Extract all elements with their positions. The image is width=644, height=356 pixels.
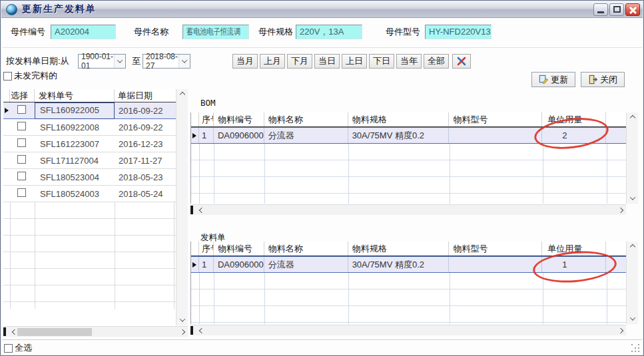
unissued-filter[interactable]: 未发完料的: [3, 70, 57, 82]
row-checkbox[interactable]: [17, 155, 26, 164]
titlebar[interactable]: 更新生产发料单: [1, 1, 643, 18]
scroll-up-icon[interactable]: [176, 89, 188, 100]
tools-button[interactable]: [452, 54, 471, 69]
select-cell[interactable]: [10, 172, 35, 182]
select-cell[interactable]: [10, 155, 35, 166]
order-row[interactable]: SFL160922005 2016-09-22: [3, 102, 188, 119]
col-seq[interactable]: 序号: [199, 112, 214, 126]
quick-all-button[interactable]: 全部: [424, 54, 449, 69]
parent-model-field[interactable]: HY-NFD220V13A: [425, 25, 491, 39]
row-checkbox[interactable]: [17, 188, 26, 197]
material-code-cell[interactable]: DA09060005: [214, 257, 264, 272]
order-no-cell[interactable]: SFL160922005: [35, 102, 115, 119]
chevron-down-icon[interactable]: [114, 55, 125, 68]
col-order-no[interactable]: 发料单号: [35, 89, 115, 102]
scroll-down-icon[interactable]: [176, 315, 188, 325]
material-spec-cell[interactable]: 30A/75MV 精度0.2: [348, 257, 450, 272]
order-date-cell[interactable]: 2016-09-22: [115, 106, 174, 116]
quick-prev-day-button[interactable]: 上日: [342, 54, 367, 69]
col-material-name[interactable]: 物料名称: [264, 242, 348, 256]
quick-current-year-button[interactable]: 当年: [396, 54, 422, 69]
order-row[interactable]: SFL161223007 2016-12-23: [3, 136, 188, 152]
order-row[interactable]: SFL171127004 2017-11-27: [3, 152, 188, 169]
update-button[interactable]: 更新: [531, 72, 575, 87]
order-date-cell[interactable]: 2016-12-23: [115, 139, 174, 149]
quick-current-day-button[interactable]: 当日: [314, 54, 340, 69]
scroll-right-icon[interactable]: [615, 325, 626, 336]
parent-code-field[interactable]: A202004: [51, 25, 116, 39]
col-order-date[interactable]: 单据日期: [115, 89, 174, 102]
order-date-cell[interactable]: 2017-11-27: [115, 156, 174, 166]
order-date-cell[interactable]: 2016-09-22: [115, 122, 174, 132]
select-all[interactable]: 全选: [4, 342, 32, 354]
resize-grip-icon[interactable]: [631, 344, 640, 353]
order-row[interactable]: SFL160922008 2016-09-22: [3, 119, 188, 136]
scroll-left-icon[interactable]: [196, 325, 207, 336]
material-model-cell[interactable]: [449, 128, 542, 143]
scroll-down-icon[interactable]: [627, 193, 638, 204]
col-material-name[interactable]: 物料名称: [264, 112, 348, 126]
select-cell[interactable]: [10, 138, 35, 149]
material-spec-cell[interactable]: 30A/75MV 精度0.2: [348, 128, 450, 143]
parent-spec-field[interactable]: 220V，13A: [296, 25, 362, 39]
row-checkbox[interactable]: [17, 105, 26, 114]
col-material-model[interactable]: 物料型号: [449, 112, 542, 126]
material-name-cell[interactable]: 分流器: [264, 257, 348, 272]
maximize-button[interactable]: [609, 3, 624, 16]
select-cell[interactable]: [10, 188, 35, 199]
orders-grid-header[interactable]: 选择 发料单号 单据日期: [3, 89, 188, 102]
row-checkbox[interactable]: [17, 122, 26, 130]
select-cell[interactable]: [10, 122, 35, 132]
scroll-up-icon[interactable]: [627, 112, 638, 123]
scroll-left-icon[interactable]: [196, 205, 207, 216]
order-row[interactable]: SFL180524003 2018-05-24: [3, 186, 188, 202]
select-cell[interactable]: [10, 105, 35, 116]
chevron-down-icon[interactable]: [178, 55, 190, 68]
parent-name-field[interactable]: 蓄电池电子恒流调: [182, 25, 249, 39]
material-code-cell[interactable]: DA09060005: [214, 128, 264, 143]
issue-horizontal-scrollbar[interactable]: [190, 325, 626, 335]
seq-cell[interactable]: 1: [199, 128, 214, 143]
col-seq[interactable]: 序号: [199, 242, 214, 256]
bom-vertical-scrollbar[interactable]: [626, 112, 638, 204]
order-no-cell[interactable]: SFL180523004: [35, 170, 115, 185]
quick-next-month-button[interactable]: 下月: [287, 54, 312, 69]
order-no-cell[interactable]: SFL171127004: [35, 153, 115, 168]
close-button[interactable]: [625, 3, 640, 16]
scroll-right-icon[interactable]: [615, 205, 626, 216]
orders-horizontal-scrollbar[interactable]: [3, 326, 188, 337]
order-no-cell[interactable]: SFL160922008: [35, 120, 115, 135]
scrollbar-thumb[interactable]: [17, 328, 92, 336]
orders-vertical-scrollbar[interactable]: [176, 89, 188, 325]
quick-next-day-button[interactable]: 下日: [369, 54, 394, 69]
order-no-cell[interactable]: SFL161223007: [35, 136, 115, 152]
col-material-code[interactable]: 物料编号: [214, 242, 264, 256]
col-material-model[interactable]: 物料型号: [449, 242, 542, 256]
order-date-cell[interactable]: 2018-05-23: [115, 172, 174, 182]
order-no-cell[interactable]: SFL180524003: [35, 186, 115, 202]
row-checkbox[interactable]: [17, 138, 26, 147]
seq-cell[interactable]: 1: [199, 257, 214, 272]
col-material-spec[interactable]: 物料规格: [348, 242, 450, 256]
col-material-spec[interactable]: 物料规格: [348, 112, 450, 126]
order-row[interactable]: SFL180523004 2018-05-23: [3, 169, 188, 186]
material-model-cell[interactable]: [449, 257, 542, 272]
to-date-select[interactable]: 2018-08-27: [143, 54, 190, 69]
quick-current-month-button[interactable]: 当月: [232, 54, 258, 69]
bom-horizontal-scrollbar[interactable]: [190, 204, 626, 215]
scroll-up-icon[interactable]: [627, 242, 638, 252]
row-checkbox[interactable]: [17, 172, 26, 180]
quick-prev-month-button[interactable]: 上月: [260, 54, 285, 69]
col-material-code[interactable]: 物料编号: [214, 112, 264, 126]
col-select[interactable]: 选择: [10, 89, 35, 102]
issue-vertical-scrollbar[interactable]: [626, 242, 638, 324]
from-date-select[interactable]: 1900-01-01: [78, 54, 126, 69]
minimize-button[interactable]: [593, 3, 608, 16]
exit-button[interactable]: 关闭: [581, 72, 625, 87]
scroll-right-icon[interactable]: [176, 327, 188, 337]
select-all-checkbox[interactable]: [4, 344, 13, 353]
material-name-cell[interactable]: 分流器: [264, 128, 348, 143]
unissued-checkbox[interactable]: [3, 72, 12, 81]
order-date-cell[interactable]: 2018-05-24: [115, 189, 174, 199]
scroll-down-icon[interactable]: [627, 313, 638, 324]
